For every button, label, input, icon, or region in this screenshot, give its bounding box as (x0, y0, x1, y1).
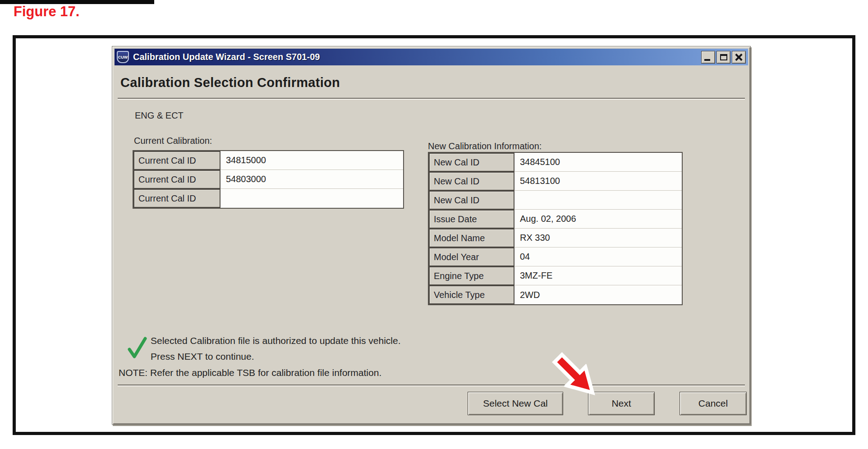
table-row: Vehicle Type 2WD (429, 285, 682, 304)
maximize-button[interactable] (716, 51, 730, 64)
status-message-line1: Selected Calibration file is authorized … (151, 335, 401, 346)
current-calibration-table: Current Cal ID 34815000 Current Cal ID 5… (133, 150, 404, 209)
footer-divider (118, 385, 745, 386)
row-label: Model Name (429, 229, 514, 247)
new-calibration-caption: New Calibration Information: (428, 141, 542, 151)
row-value: 3MZ-FE (514, 266, 682, 285)
row-label: Engine Type (429, 266, 514, 285)
heading-divider (118, 98, 745, 100)
window-titlebar[interactable]: CUW Calibration Update Wizard - Screen S… (115, 49, 748, 65)
row-label: Current Cal ID (133, 151, 220, 170)
row-label: New Cal ID (429, 153, 514, 172)
row-label: Current Cal ID (133, 189, 220, 208)
minimize-icon (704, 59, 710, 61)
next-button[interactable]: Next (588, 392, 655, 415)
minimize-button[interactable] (701, 51, 715, 64)
table-row: Current Cal ID (133, 189, 403, 208)
row-value: 2WD (514, 285, 682, 304)
table-row: Current Cal ID 34815000 (133, 151, 403, 170)
new-calibration-table: New Cal ID 34845100 New Cal ID 54813100 … (428, 152, 683, 305)
row-label: Vehicle Type (429, 285, 514, 304)
window-title: Calibration Update Wizard - Screen S701-… (133, 52, 320, 62)
figure-border-box: CUW Calibration Update Wizard - Screen S… (13, 35, 855, 435)
table-row: Model Year 04 (429, 247, 682, 266)
close-icon (735, 54, 743, 61)
table-row: New Cal ID 54813100 (429, 172, 682, 191)
row-value: 34815000 (220, 151, 403, 170)
note-text: NOTE: Refer the applicable TSB for calib… (119, 367, 381, 378)
system-label: ENG & ECT (135, 110, 184, 121)
select-new-cal-button[interactable]: Select New Cal (468, 392, 563, 415)
status-message-line2: Press NEXT to continue. (151, 351, 254, 362)
current-calibration-caption: Current Calibration: (134, 136, 212, 146)
calibration-wizard-window: CUW Calibration Update Wizard - Screen S… (112, 46, 751, 425)
green-check-icon (126, 336, 148, 360)
table-row: Current Cal ID 54803000 (133, 170, 403, 189)
cancel-button[interactable]: Cancel (680, 392, 747, 415)
row-value: RX 330 (514, 229, 682, 247)
table-row: New Cal ID 34845100 (429, 153, 682, 172)
maximize-icon (720, 54, 727, 60)
row-label: Current Cal ID (133, 170, 220, 189)
row-label: Model Year (429, 247, 514, 266)
close-button[interactable] (732, 51, 746, 64)
table-row: New Cal ID (429, 191, 682, 210)
row-label: Issue Date (429, 210, 514, 229)
row-value (514, 191, 682, 210)
page-title: Calibration Selection Confirmation (120, 75, 340, 90)
table-row: Engine Type 3MZ-FE (429, 266, 682, 285)
row-label: New Cal ID (429, 172, 514, 191)
row-value: Aug. 02, 2006 (514, 210, 682, 229)
row-value: 04 (514, 247, 682, 266)
row-value: 34845100 (514, 153, 682, 172)
window-controls (701, 51, 746, 64)
table-row: Issue Date Aug. 02, 2006 (429, 210, 682, 229)
figure-caption: Figure 17. (14, 4, 79, 20)
row-value: 54803000 (220, 170, 403, 189)
row-value (220, 189, 403, 208)
row-value: 54813100 (514, 172, 682, 191)
cuw-shield-icon: CUW (117, 51, 129, 63)
table-row: Model Name RX 330 (429, 229, 682, 247)
row-label: New Cal ID (429, 191, 514, 210)
